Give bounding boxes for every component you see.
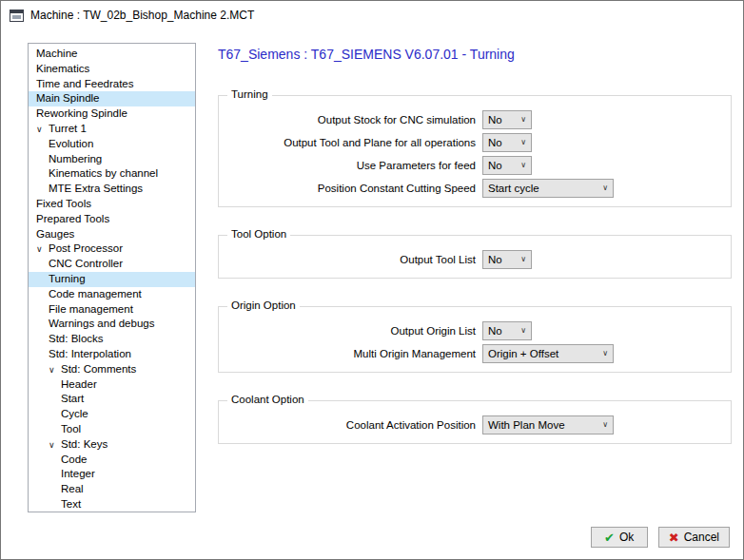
tree-item-machine[interactable]: Machine (29, 47, 195, 62)
tree-item-kinematics-by-channel[interactable]: Kinematics by channel (29, 166, 195, 182)
window-title: Machine : TW_02b_Bishop_Machine 2.MCT (30, 9, 254, 22)
tree-item-label: Main Spindle (36, 92, 99, 104)
tree-item-real[interactable]: Real (29, 482, 195, 497)
dropdown-output-tool-and-plane-for-all-operations[interactable]: No∨ (482, 133, 532, 152)
field-row: Coolant Activation PositionWith Plan Mov… (219, 415, 719, 434)
tree-item-text[interactable]: Text (29, 497, 195, 512)
tree-item-label: Turning (49, 273, 86, 284)
field-label: Output Origin List (219, 325, 482, 337)
group-label: Tool Option (227, 228, 290, 240)
chevron-down-icon[interactable]: ∨ (36, 123, 49, 138)
field-label: Output Stock for CNC simulation (219, 114, 482, 126)
machine-tree: MachineKinematicsTime and FeedratesMain … (28, 43, 196, 512)
tree-item-evolution[interactable]: Evolution (29, 137, 195, 152)
field-label: Use Parameters for feed (219, 160, 482, 171)
group-coolant-option: Coolant OptionCoolant Activation Positio… (218, 400, 732, 444)
chevron-down-icon[interactable]: ∨ (49, 363, 61, 378)
tree-item-label: Fixed Tools (36, 198, 91, 209)
dropdown-output-stock-for-cnc-simulation[interactable]: No∨ (482, 110, 532, 129)
tree-item-turret-1[interactable]: ∨Turret 1 (29, 122, 195, 137)
tree-item-code[interactable]: Code (29, 453, 195, 468)
tree-item-label: Tool (61, 423, 81, 434)
tree-item-gauges[interactable]: Gauges (29, 227, 195, 242)
dropdown-value: No (488, 114, 502, 126)
tree-item-label: Code management (49, 288, 142, 299)
chevron-down-icon[interactable]: ∨ (36, 242, 49, 258)
tree-item-post-processor[interactable]: ∨Post Processor (29, 241, 195, 257)
dialog-footer: ✔ Ok ✖ Cancel (591, 527, 730, 548)
chevron-down-icon: ∨ (520, 255, 526, 263)
cancel-button[interactable]: ✖ Cancel (658, 527, 730, 548)
tree-item-tool[interactable]: Tool (29, 422, 195, 437)
cross-icon: ✖ (669, 531, 679, 545)
check-icon: ✔ (604, 531, 615, 545)
field-label: Position Constant Cutting Speed (219, 183, 482, 194)
chevron-down-icon: ∨ (602, 349, 608, 357)
tree-item-std-blocks[interactable]: Std: Blocks (29, 332, 195, 347)
tree-item-reworking-spindle[interactable]: Reworking Spindle (29, 106, 195, 122)
tree-item-mte-extra-settings[interactable]: MTE Extra Settings (29, 182, 195, 197)
cancel-button-label: Cancel (684, 531, 719, 544)
ok-button[interactable]: ✔ Ok (591, 527, 648, 548)
group-origin-option: Origin OptionOutput Origin ListNo∨Multi … (218, 306, 732, 373)
tree-item-cycle[interactable]: Cycle (29, 407, 195, 422)
tree-item-cnc-controller[interactable]: CNC Controller (29, 257, 195, 272)
tree-item-label: File management (49, 303, 133, 315)
tree-item-std-interpolation[interactable]: Std: Interpolation (29, 347, 195, 362)
tree-item-label: Kinematics by channel (49, 167, 158, 179)
tree-item-label: CNC Controller (49, 258, 123, 269)
tree-item-label: Integer (61, 468, 95, 479)
tree-item-label: Reworking Spindle (36, 107, 127, 119)
tree-item-label: Std: Comments (61, 363, 136, 375)
chevron-down-icon: ∨ (520, 138, 526, 146)
dropdown-value: No (488, 325, 502, 337)
machine-dialog: Machine : TW_02b_Bishop_Machine 2.MCT Ma… (0, 0, 744, 560)
chevron-down-icon: ∨ (602, 183, 608, 192)
dropdown-coolant-activation-position[interactable]: With Plan Move∨ (482, 415, 614, 434)
tree-item-integer[interactable]: Integer (29, 467, 195, 482)
dropdown-use-parameters-for-feed[interactable]: No∨ (482, 156, 532, 175)
tree-item-header[interactable]: Header (29, 377, 195, 393)
tree-item-kinematics[interactable]: Kinematics (29, 62, 195, 77)
tree-item-start[interactable]: Start (29, 392, 195, 407)
dropdown-position-constant-cutting-speed[interactable]: Start cycle∨ (482, 179, 614, 198)
tree-item-std-comments[interactable]: ∨Std: Comments (29, 362, 195, 377)
tree-item-label: Start (61, 393, 84, 404)
tree-item-label: Text (61, 498, 81, 510)
group-label: Origin Option (227, 299, 300, 311)
tree-item-label: Code (61, 454, 88, 465)
dropdown-value: Start cycle (488, 183, 539, 194)
tree-item-turning[interactable]: Turning (29, 272, 195, 287)
tree-item-numbering[interactable]: Numbering (29, 152, 195, 167)
settings-groups: TurningOutput Stock for CNC simulationNo… (218, 83, 732, 472)
tree-item-main-spindle[interactable]: Main Spindle (29, 91, 195, 106)
tree-item-label: Cycle (61, 408, 88, 419)
window-icon (10, 10, 24, 22)
tree-item-label: Numbering (49, 153, 102, 164)
dropdown-multi-origin-management[interactable]: Origin + Offset∨ (482, 344, 614, 363)
tree-item-label: Turret 1 (49, 123, 87, 134)
tree-item-label: Kinematics (36, 63, 89, 74)
dropdown-output-tool-list[interactable]: No∨ (482, 250, 532, 269)
page-title: T67_Siemens : T67_SIEMENS V6.07.01 - Tur… (218, 47, 515, 62)
chevron-down-icon: ∨ (520, 326, 526, 335)
tree-item-file-management[interactable]: File management (29, 302, 195, 318)
field-label: Coolant Activation Position (219, 419, 482, 431)
tree-item-label: Std: Blocks (49, 333, 104, 344)
tree-item-label: Time and Feedrates (36, 78, 133, 89)
tree-item-time-and-feedrates[interactable]: Time and Feedrates (29, 77, 195, 92)
field-label: Output Tool and Plane for all operations (219, 137, 482, 148)
chevron-down-icon[interactable]: ∨ (49, 438, 61, 454)
field-row: Multi Origin ManagementOrigin + Offset∨ (219, 343, 719, 363)
tree-item-std-keys[interactable]: ∨Std: Keys (29, 437, 195, 453)
tree-item-prepared-tools[interactable]: Prepared Tools (29, 212, 195, 227)
tree-item-warnings-and-debugs[interactable]: Warnings and debugs (29, 317, 195, 332)
field-label: Multi Origin Management (219, 348, 482, 359)
titlebar[interactable]: Machine : TW_02b_Bishop_Machine 2.MCT (1, 1, 743, 29)
tree-item-code-management[interactable]: Code management (29, 287, 195, 302)
dropdown-value: No (488, 254, 502, 265)
tree-item-fixed-tools[interactable]: Fixed Tools (29, 197, 195, 212)
dropdown-output-origin-list[interactable]: No∨ (482, 321, 532, 340)
field-label: Output Tool List (219, 254, 482, 265)
dropdown-value: Origin + Offset (488, 348, 558, 359)
